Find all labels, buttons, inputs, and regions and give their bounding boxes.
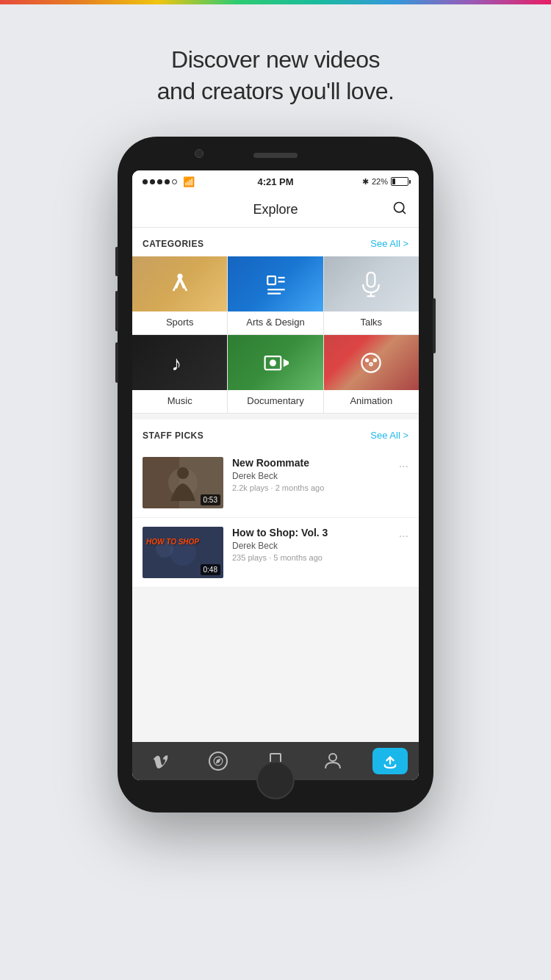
- phone-camera: [195, 149, 204, 158]
- video-author-1: Derek Beck: [232, 471, 393, 481]
- music-icon: ♪: [168, 350, 192, 376]
- categories-see-all[interactable]: See All >: [370, 238, 408, 249]
- rainbow-bar: [0, 0, 551, 4]
- phone-frame: 📶 4:21 PM ✱ 22% Explore: [118, 137, 433, 813]
- video-more-button-2[interactable]: ···: [393, 527, 408, 543]
- categories-section: CATEGORIES See All >: [132, 228, 419, 414]
- phone-home-button[interactable]: [256, 761, 295, 799]
- svg-point-16: [270, 359, 276, 366]
- phone-speaker: [253, 153, 298, 158]
- nav-title: Explore: [253, 202, 298, 217]
- video-meta-1: 2.2k plays · 2 months ago: [232, 483, 393, 492]
- svg-point-20: [370, 363, 373, 366]
- status-bar: 📶 4:21 PM ✱ 22%: [132, 170, 419, 192]
- svg-point-18: [365, 359, 369, 362]
- video-more-button-1[interactable]: ···: [393, 457, 408, 473]
- category-label-arts: Arts & Design: [246, 311, 304, 334]
- battery-area: ✱ 22%: [362, 177, 408, 187]
- category-label-sports: Sports: [166, 311, 194, 334]
- battery-fill: [392, 179, 395, 184]
- status-time: 4:21 PM: [257, 176, 293, 187]
- category-item-music[interactable]: ♪ Music: [132, 335, 227, 413]
- animation-icon: [358, 350, 384, 376]
- staff-picks-section: STAFF PICKS See All > 0: [132, 419, 419, 588]
- signal-dot-2: [150, 179, 155, 184]
- category-thumb-arts: [228, 256, 323, 311]
- category-item-talks[interactable]: Talks: [324, 256, 419, 334]
- vimeo-logo-icon: [153, 753, 169, 769]
- how-to-shop-overlay: HOW TO SHOP: [146, 538, 199, 546]
- video-author-2: Derek Beck: [232, 541, 393, 551]
- category-label-talks: Talks: [361, 311, 383, 334]
- tab-upload[interactable]: [372, 743, 408, 779]
- search-button[interactable]: [392, 201, 407, 219]
- tab-profile[interactable]: [315, 743, 350, 779]
- video-info-2: How to Shop: Vol. 3 Derek Beck 235 plays…: [223, 527, 393, 562]
- categories-header: CATEGORIES See All >: [132, 228, 419, 256]
- svg-point-19: [373, 359, 377, 362]
- video-duration-2: 0:48: [201, 564, 220, 575]
- battery-percent: 22%: [372, 177, 388, 186]
- phone-volume-mute: [115, 247, 118, 276]
- signal-dot-4: [165, 179, 170, 184]
- bluetooth-icon: ✱: [362, 177, 369, 187]
- signal-dot-3: [157, 179, 162, 184]
- category-item-sports[interactable]: Sports: [132, 256, 227, 334]
- category-label-documentary: Documentary: [247, 390, 303, 413]
- svg-point-24: [177, 467, 189, 479]
- category-thumb-documentary: [228, 335, 323, 390]
- category-thumb-animation: [324, 335, 419, 390]
- signal-area: 📶: [143, 176, 195, 187]
- category-item-arts[interactable]: Arts & Design: [228, 256, 323, 334]
- staff-picks-see-all[interactable]: See All >: [370, 430, 408, 441]
- svg-point-31: [329, 754, 336, 761]
- documentary-icon: [262, 350, 289, 376]
- upload-button[interactable]: [372, 748, 408, 774]
- video-title-1: New Roommate: [232, 457, 393, 469]
- phone-volume-down: [115, 342, 118, 383]
- screen-content: CATEGORIES See All >: [132, 228, 419, 742]
- video-duration-1: 0:53: [201, 494, 220, 505]
- person-icon: [325, 752, 341, 770]
- tab-home[interactable]: [143, 743, 179, 779]
- staff-picks-header: STAFF PICKS See All >: [132, 419, 419, 448]
- svg-rect-10: [367, 273, 375, 287]
- categories-grid: Sports Arts &: [132, 256, 419, 414]
- wifi-icon: 📶: [183, 176, 195, 187]
- video-thumb-2: HOW TO SHOP 0:48: [143, 527, 223, 578]
- video-title-2: How to Shop: Vol. 3: [232, 527, 393, 538]
- categories-title: CATEGORIES: [143, 239, 204, 249]
- category-thumb-music: ♪: [132, 335, 227, 390]
- sports-icon: [167, 271, 193, 298]
- video-item-2[interactable]: HOW TO SHOP 0:48 How to Shop: Vol. 3 Der…: [132, 518, 419, 588]
- video-thumb-1: 0:53: [143, 457, 223, 508]
- video-meta-2: 235 plays · 5 months ago: [232, 553, 393, 562]
- svg-text:♪: ♪: [171, 352, 181, 375]
- phone-power-button: [433, 298, 436, 353]
- phone-screen: 📶 4:21 PM ✱ 22% Explore: [132, 170, 419, 780]
- category-thumb-talks: [324, 256, 419, 311]
- talks-icon: [359, 271, 383, 298]
- svg-marker-15: [284, 359, 289, 367]
- arts-icon: [262, 271, 289, 298]
- battery-icon: [391, 177, 408, 186]
- category-item-animation[interactable]: Animation: [324, 335, 419, 413]
- category-label-music: Music: [168, 390, 192, 413]
- tab-explore[interactable]: [201, 743, 236, 779]
- signal-dot-5: [172, 179, 177, 184]
- video-info-1: New Roommate Derek Beck 2.2k plays · 2 m…: [223, 457, 393, 492]
- category-item-documentary[interactable]: Documentary: [228, 335, 323, 413]
- category-thumb-sports: [132, 256, 227, 311]
- svg-marker-30: [217, 760, 220, 763]
- svg-rect-5: [267, 276, 276, 284]
- page-headline: Discover new videos and creators you'll …: [157, 44, 395, 107]
- svg-line-1: [403, 211, 406, 214]
- phone-volume-up: [115, 291, 118, 331]
- video-item-1[interactable]: 0:53 New Roommate Derek Beck 2.2k plays …: [132, 448, 419, 518]
- compass-icon: [209, 752, 228, 771]
- category-label-animation: Animation: [350, 390, 392, 413]
- upload-icon: [382, 753, 398, 769]
- navigation-bar: Explore: [132, 192, 419, 228]
- signal-dot-1: [143, 179, 148, 184]
- staff-picks-title: STAFF PICKS: [143, 430, 204, 441]
